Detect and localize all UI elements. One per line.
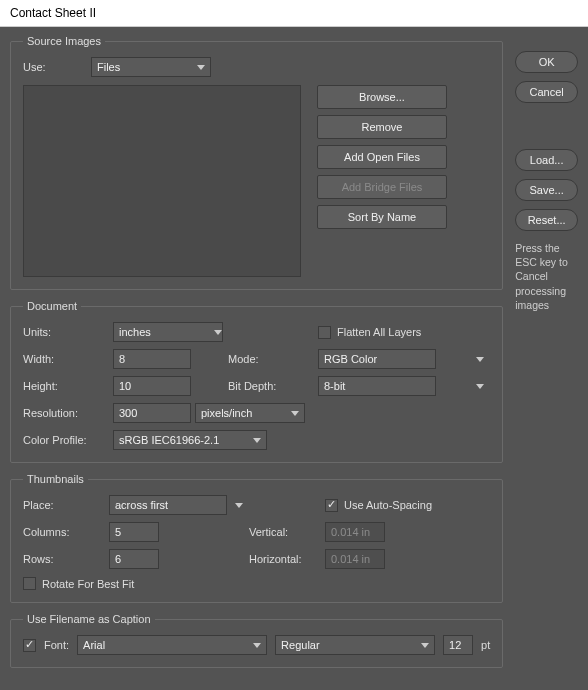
place-label: Place: [23, 499, 109, 511]
color-profile-label: Color Profile: [23, 434, 113, 446]
columns-label: Columns: [23, 526, 109, 538]
mode-select[interactable]: RGB Color [318, 349, 436, 369]
add-open-files-button[interactable]: Add Open Files [317, 145, 447, 169]
thumbnails-group: Thumbnails Place: across first Use Auto-… [10, 473, 503, 603]
use-label: Use: [23, 61, 83, 73]
units-label: Units: [23, 326, 113, 338]
caption-legend: Use Filename as Caption [23, 613, 155, 625]
bitdepth-label: Bit Depth: [228, 380, 318, 392]
columns-input[interactable] [109, 522, 159, 542]
font-label: Font: [44, 639, 69, 651]
resolution-units-select[interactable]: pixels/inch [195, 403, 305, 423]
color-profile-select[interactable]: sRGB IEC61966-2.1 [113, 430, 267, 450]
source-images-legend: Source Images [23, 35, 105, 47]
flatten-layers-checkbox[interactable]: Flatten All Layers [318, 326, 490, 339]
rows-input[interactable] [109, 549, 159, 569]
height-label: Height: [23, 380, 113, 392]
font-size-input[interactable] [443, 635, 473, 655]
load-button[interactable]: Load... [515, 149, 578, 171]
vertical-label: Vertical: [249, 526, 325, 538]
document-group: Document Units: inches Flatten All Layer… [10, 300, 503, 463]
sort-by-name-button[interactable]: Sort By Name [317, 205, 447, 229]
font-family-select[interactable]: Arial [77, 635, 267, 655]
remove-button[interactable]: Remove [317, 115, 447, 139]
browse-button[interactable]: Browse... [317, 85, 447, 109]
save-button[interactable]: Save... [515, 179, 578, 201]
thumbnails-legend: Thumbnails [23, 473, 88, 485]
document-legend: Document [23, 300, 81, 312]
units-select[interactable]: inches [113, 322, 223, 342]
source-file-list[interactable] [23, 85, 301, 277]
resolution-input[interactable] [113, 403, 191, 423]
add-bridge-files-button: Add Bridge Files [317, 175, 447, 199]
vertical-input [325, 522, 385, 542]
font-size-unit: pt [481, 639, 490, 651]
source-images-group: Source Images Use: Files Browse... Remov… [10, 35, 503, 290]
resolution-label: Resolution: [23, 407, 113, 419]
caption-group: Use Filename as Caption Font: Arial Regu… [10, 613, 503, 668]
horizontal-label: Horizontal: [249, 553, 325, 565]
mode-label: Mode: [228, 353, 318, 365]
height-input[interactable] [113, 376, 191, 396]
reset-button[interactable]: Reset... [515, 209, 578, 231]
auto-spacing-checkbox[interactable]: Use Auto-Spacing [325, 499, 490, 512]
rotate-best-fit-checkbox[interactable]: Rotate For Best Fit [23, 577, 490, 590]
width-label: Width: [23, 353, 113, 365]
font-style-select[interactable]: Regular [275, 635, 435, 655]
place-select[interactable]: across first [109, 495, 227, 515]
caption-enable-checkbox[interactable] [23, 639, 36, 652]
window-title: Contact Sheet II [0, 0, 588, 27]
width-input[interactable] [113, 349, 191, 369]
ok-button[interactable]: OK [515, 51, 578, 73]
horizontal-input [325, 549, 385, 569]
rows-label: Rows: [23, 553, 109, 565]
esc-hint: Press the ESC key to Cancel processing i… [515, 241, 578, 312]
use-select[interactable]: Files [91, 57, 211, 77]
bitdepth-select[interactable]: 8-bit [318, 376, 436, 396]
cancel-button[interactable]: Cancel [515, 81, 578, 103]
